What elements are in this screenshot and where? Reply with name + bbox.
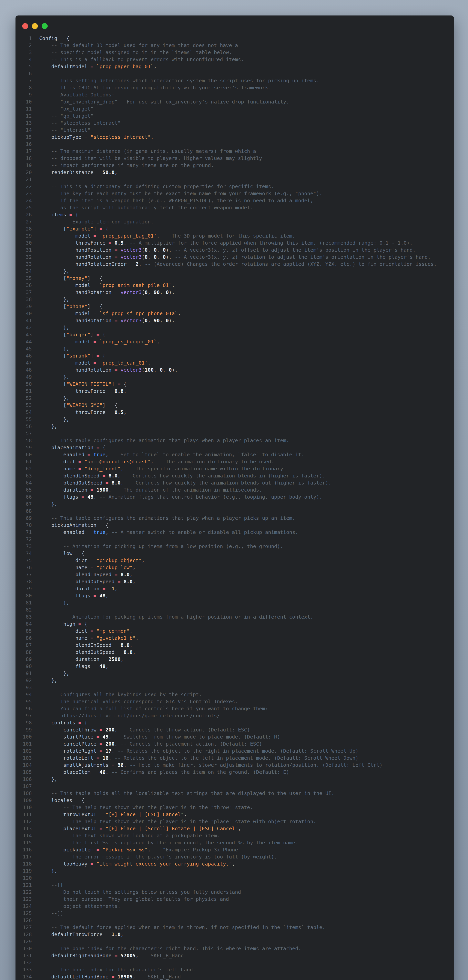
line-number: 81 xyxy=(16,599,32,606)
code-text: ["example"] = { xyxy=(39,225,109,232)
line-number: 128 xyxy=(16,931,32,938)
code-text: -- This table configures the animation t… xyxy=(39,437,289,444)
code-line: 34 }, xyxy=(16,267,454,275)
line-number: 69 xyxy=(16,514,32,522)
code-line: 43 ["burger"] = { xyxy=(16,331,454,338)
code-line: 106 }, xyxy=(16,776,454,783)
code-text: dict = "mp_common", xyxy=(39,627,133,635)
code-line: 75 dict = "pickup_object", xyxy=(16,557,454,564)
code-text: -- as the script will automatically fetc… xyxy=(39,204,253,211)
code-line: 32 handRotation = vector3(0, 0, 0), -- A… xyxy=(16,253,454,261)
line-number: 2 xyxy=(16,42,32,49)
code-text: handPosition = vector3(0, 0, 0), -- A ve… xyxy=(39,247,415,253)
line-number: 115 xyxy=(16,839,32,846)
code-text: throwTextUI = "[R] Place | [ESC] Cancel"… xyxy=(39,811,187,818)
line-number: 41 xyxy=(16,317,32,324)
code-text: -- This setting determines which interac… xyxy=(39,77,319,84)
code-line: 33 handRotationOrder = 2, -- (Advanced) … xyxy=(16,261,454,267)
code-line: 30 throwForce = 0.5, -- A multiplier for… xyxy=(16,239,454,247)
code-text: smallAjustments = 36, -- Hold to make fi… xyxy=(39,762,382,768)
code-text: renderDistance = 50.0, xyxy=(39,169,118,176)
line-number: 47 xyxy=(16,359,32,366)
code-line: 126 xyxy=(16,917,454,924)
line-number: 122 xyxy=(16,888,32,896)
code-text: handRotation = vector3(0, 90, 0), xyxy=(39,289,175,296)
line-number: 70 xyxy=(16,522,32,528)
code-text: -- "ox_inventory_drop" - For use with ox… xyxy=(39,98,289,105)
code-text: defaultLeftHandBone = 18905, -- SKEL_L_H… xyxy=(39,973,181,980)
line-number: 120 xyxy=(16,874,32,881)
code-line: 91 }, xyxy=(16,670,454,677)
code-text: -- "sleepless_interact" xyxy=(39,119,121,126)
minimize-button[interactable] xyxy=(32,23,38,29)
code-text: -- The error message if the player's inv… xyxy=(39,853,277,860)
code-line: 53 ["WEAPON_SMG"] = { xyxy=(16,402,454,409)
code-text: }, xyxy=(39,373,69,380)
line-number: 11 xyxy=(16,105,32,112)
code-line: 29 model = `prop_paper_bag_01`, -- The 3… xyxy=(16,232,454,239)
code-line: 70 pickupAnimation = { xyxy=(16,522,454,528)
code-line: 104 smallAjustments = 36, -- Hold to mak… xyxy=(16,762,454,768)
code-line: 12 -- "qb_target" xyxy=(16,112,454,119)
code-text: blendOutSpeed = 8.0, xyxy=(39,649,136,655)
code-text: duration = -1, xyxy=(39,585,118,592)
line-number: 73 xyxy=(16,543,32,550)
code-line: 17 -- The maximum distance (in game unit… xyxy=(16,148,454,154)
code-line: 7 -- This setting determines which inter… xyxy=(16,77,454,84)
line-number: 31 xyxy=(16,247,32,253)
line-number: 80 xyxy=(16,592,32,599)
line-number: 6 xyxy=(16,70,32,77)
code-line: 45 }, xyxy=(16,345,454,352)
line-number: 14 xyxy=(16,126,32,134)
code-text: ["WEAPON_PISTOL"] = { xyxy=(39,380,126,388)
code-line: 57 xyxy=(16,430,454,437)
code-line: 39 ["phone"] = { xyxy=(16,303,454,310)
line-number: 55 xyxy=(16,416,32,423)
line-number: 107 xyxy=(16,783,32,790)
code-text: pickupAnimation = { xyxy=(39,522,109,528)
code-line: 8 -- It is CRUCIAL for ensuring compatib… xyxy=(16,84,454,91)
code-text: cancelPlace = 200, -- Cancels the placem… xyxy=(39,740,262,747)
code-text: blendInSpeed = 8.0, xyxy=(39,641,133,649)
code-line: 109 locales = { xyxy=(16,797,454,804)
code-line: 76 name = "pickup_low", xyxy=(16,564,454,571)
code-text: locales = { xyxy=(39,797,84,804)
line-number: 79 xyxy=(16,585,32,592)
code-line: 89 duration = 2500, xyxy=(16,655,454,663)
code-text: -- The first %s is replaced by the item … xyxy=(39,839,298,846)
code-text: --]] xyxy=(39,910,63,917)
close-button[interactable] xyxy=(22,23,28,29)
code-line: 11 -- "ox_target" xyxy=(16,105,454,112)
code-line: 128 defaultThrowForce = 1.0, xyxy=(16,931,454,938)
code-text: -- This is a dictionary for defining cus… xyxy=(39,183,274,190)
code-text: }, xyxy=(39,296,69,303)
code-text: ["money"] = { xyxy=(39,275,102,282)
line-number: 108 xyxy=(16,790,32,797)
line-number: 61 xyxy=(16,458,32,465)
code-line: 90 flags = 48, xyxy=(16,663,454,670)
code-text: blendInSpeed = 8.0, -- Controls how quic… xyxy=(39,472,326,479)
code-text: placeTextUI = "[E] Place | [Scroll] Rota… xyxy=(39,825,241,832)
code-text: --[[ xyxy=(39,881,63,888)
line-number: 126 xyxy=(16,917,32,924)
line-number: 18 xyxy=(16,154,32,162)
code-text: duration = 2500, xyxy=(39,655,124,663)
line-number: 114 xyxy=(16,832,32,839)
line-number: 96 xyxy=(16,705,32,712)
code-line: 58 -- This table configures the animatio… xyxy=(16,437,454,444)
code-text: throwForce = 0.5, xyxy=(39,409,126,416)
line-number: 65 xyxy=(16,486,32,493)
line-number: 63 xyxy=(16,472,32,479)
line-number: 8 xyxy=(16,84,32,91)
zoom-button[interactable] xyxy=(42,23,48,29)
code-line: 6 xyxy=(16,70,454,77)
code-text: ["phone"] = { xyxy=(39,303,102,310)
line-number: 29 xyxy=(16,232,32,239)
code-line: 69 -- This table configures the animatio… xyxy=(16,514,454,522)
code-text: -- It is CRUCIAL for ensuring compatibil… xyxy=(39,84,271,91)
line-number: 94 xyxy=(16,691,32,698)
code-line: 95 -- The numerical values correspond to… xyxy=(16,698,454,705)
code-lines[interactable]: 1Config = {2 -- The default 3D model use… xyxy=(16,35,454,980)
code-text: placeAnimation = { xyxy=(39,444,105,451)
code-line: 49 }, xyxy=(16,373,454,380)
